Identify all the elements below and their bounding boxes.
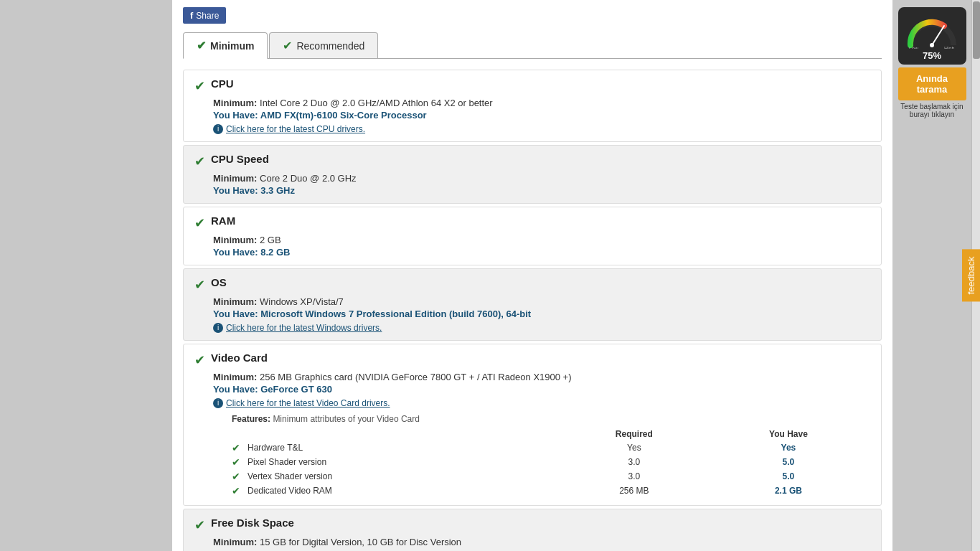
feature-row: ✔ Hardware T&L Yes Yes — [232, 441, 870, 455]
ram-yh-label: You Have: — [213, 247, 258, 258]
section-cpu-speed: ✔ CPU Speed Minimum: Core 2 Duo @ 2.0 GH… — [183, 145, 882, 204]
os-driver-text: Click here for the latest Windows driver… — [226, 323, 382, 333]
cpu-you-have: You Have: AMD FX(tm)-6100 Six-Core Proce… — [213, 110, 870, 121]
cpu-min-label: Minimum: Intel Core 2 Duo @ 2.0 GHz/AMD … — [213, 98, 870, 108]
video-yh-value: GeForce GT 630 — [260, 384, 332, 395]
aninda-subtitle: Teste başlamak için burayı tıklayın — [898, 103, 966, 118]
os-info-icon: i — [213, 323, 223, 333]
feedback-label: feedback — [966, 257, 976, 295]
section-cpu: ✔ CPU Minimum: Intel Core 2 Duo @ 2.0 GH… — [183, 70, 882, 142]
feature-check: ✔ — [232, 469, 248, 484]
cpu-driver-link[interactable]: i Click here for the latest CPU drivers. — [213, 124, 365, 134]
feature-required: 256 MB — [562, 484, 714, 498]
cpu-driver-text: Click here for the latest CPU drivers. — [226, 124, 365, 134]
video-title: Video Card — [211, 352, 268, 364]
feature-youhave: 5.0 — [714, 455, 870, 469]
feedback-tab[interactable]: feedback — [962, 250, 980, 302]
cpu-speed-you-have: You Have: 3.3 GHz — [213, 185, 870, 196]
cpu-speed-min-value: Core 2 Duo @ 2.0 GHz — [260, 173, 357, 184]
cpu-speed-yh-label: You Have: — [213, 185, 258, 196]
feature-required: 3.0 — [562, 455, 714, 469]
feature-youhave: 2.1 GB — [714, 484, 870, 498]
cpu-you-have-value: AMD FX(tm)-6100 Six-Core Processor — [260, 110, 427, 121]
video-yh-label: You Have: — [213, 384, 258, 395]
ram-yh-value: 8.2 GB — [260, 247, 290, 258]
video-driver-link[interactable]: i Click here for the latest Video Card d… — [213, 398, 390, 408]
tab-recommended-label: Recommended — [296, 40, 364, 52]
os-you-have: You Have: Microsoft Windows 7 Profession… — [213, 309, 870, 319]
left-spacer — [0, 0, 172, 551]
gauge-svg: Low High — [903, 13, 961, 49]
os-min-value: Windows XP/Vista/7 — [260, 296, 344, 307]
share-button[interactable]: f Share — [183, 7, 226, 24]
gauge-low-label: Low — [909, 46, 919, 49]
features-label-strong: Features: — [232, 414, 270, 424]
tab-recommended[interactable]: ✔ Recommended — [269, 32, 378, 58]
section-disk: ✔ Free Disk Space Minimum: 15 GB for Dig… — [183, 509, 882, 551]
ram-title: RAM — [211, 215, 235, 227]
os-check-icon: ✔ — [194, 277, 205, 293]
col-youhave-header: You Have — [714, 428, 870, 441]
os-min-key: Minimum: — [213, 296, 257, 307]
video-you-have: You Have: GeForce GT 630 — [213, 384, 870, 395]
tab-minimum[interactable]: ✔ Minimum — [183, 32, 268, 59]
feature-check: ✔ — [232, 455, 248, 469]
os-min-label: Minimum: Windows XP/Vista/7 — [213, 296, 870, 307]
col-required-header: Required — [562, 428, 714, 441]
feature-row: ✔ Vertex Shader version 3.0 5.0 — [232, 469, 870, 484]
cpu-title: CPU — [211, 77, 234, 90]
ram-min-label: Minimum: 2 GB — [213, 235, 870, 245]
cpu-check-icon: ✔ — [194, 78, 205, 94]
section-ram: ✔ RAM Minimum: 2 GB You Have: 8.2 GB — [183, 207, 882, 265]
feature-required: 3.0 — [562, 469, 714, 484]
gauge-percent: 75% — [923, 50, 941, 61]
right-sidebar: Low High 75% Anında tarama Teste başlama… — [892, 0, 971, 551]
recommended-check-icon: ✔ — [283, 39, 292, 52]
ram-you-have: You Have: 8.2 GB — [213, 247, 870, 258]
svg-line-0 — [932, 26, 944, 45]
features-table: Required You Have ✔ Hardware T&L Yes Yes… — [232, 428, 870, 498]
feature-check: ✔ — [232, 441, 248, 455]
gauge-high-label: High — [944, 46, 955, 49]
feature-check: ✔ — [232, 484, 248, 498]
video-min-label: Minimum: 256 MB Graphics card (NVIDIA Ge… — [213, 372, 870, 382]
cpu-speed-title: CPU Speed — [211, 153, 269, 165]
cpu-speed-check-icon: ✔ — [194, 154, 205, 169]
tabs-container: ✔ Minimum ✔ Recommended — [183, 32, 882, 59]
os-yh-label: You Have: — [213, 309, 258, 319]
feature-youhave: Yes — [714, 441, 870, 455]
disk-check-icon: ✔ — [194, 517, 205, 533]
section-video-card: ✔ Video Card Minimum: 256 MB Graphics ca… — [183, 344, 882, 506]
feature-name: Dedicated Video RAM — [248, 484, 562, 498]
aninda-button[interactable]: Anında tarama — [898, 67, 966, 100]
section-os: ✔ OS Minimum: Windows XP/Vista/7 You Hav… — [183, 268, 882, 341]
cpu-speed-min-label: Minimum: Core 2 Duo @ 2.0 GHz — [213, 173, 870, 184]
cpu-min-value: Intel Core 2 Duo @ 2.0 GHz/AMD Athlon 64… — [260, 98, 493, 108]
features-sublabel: Minimum attributes of your Video Card — [273, 414, 420, 424]
video-driver-text: Click here for the latest Video Card dri… — [226, 398, 390, 408]
video-info-icon: i — [213, 398, 223, 408]
ram-min-value: 2 GB — [260, 235, 281, 245]
feature-required: Yes — [562, 441, 714, 455]
cpu-you-have-label: You Have: — [213, 110, 258, 121]
cpu-speed-yh-value: 3.3 GHz — [260, 185, 295, 196]
feature-row: ✔ Pixel Shader version 3.0 5.0 — [232, 455, 870, 469]
gauge-container: Low High 75% — [898, 7, 966, 65]
features-label: Features: Minimum attributes of your Vid… — [232, 414, 870, 424]
os-title: OS — [211, 276, 227, 288]
cpu-min-key: Minimum: — [213, 98, 257, 108]
col-check-header — [232, 428, 248, 441]
scrollbar-thumb[interactable] — [973, 1, 980, 59]
ram-min-key: Minimum: — [213, 235, 257, 245]
tab-minimum-label: Minimum — [210, 40, 254, 52]
disk-title: Free Disk Space — [211, 517, 294, 529]
disk-min-key: Minimum: — [213, 537, 257, 547]
main-content: f Share ✔ Minimum ✔ Recommended ✔ CPU Mi… — [172, 0, 892, 551]
ram-check-icon: ✔ — [194, 215, 205, 231]
svg-point-1 — [930, 43, 934, 47]
share-label: Share — [196, 11, 219, 21]
os-driver-link[interactable]: i Click here for the latest Windows driv… — [213, 323, 382, 333]
video-check-icon: ✔ — [194, 352, 205, 368]
disk-min-value: 15 GB for Digital Version, 10 GB for Dis… — [260, 537, 461, 547]
feature-name: Vertex Shader version — [248, 469, 562, 484]
